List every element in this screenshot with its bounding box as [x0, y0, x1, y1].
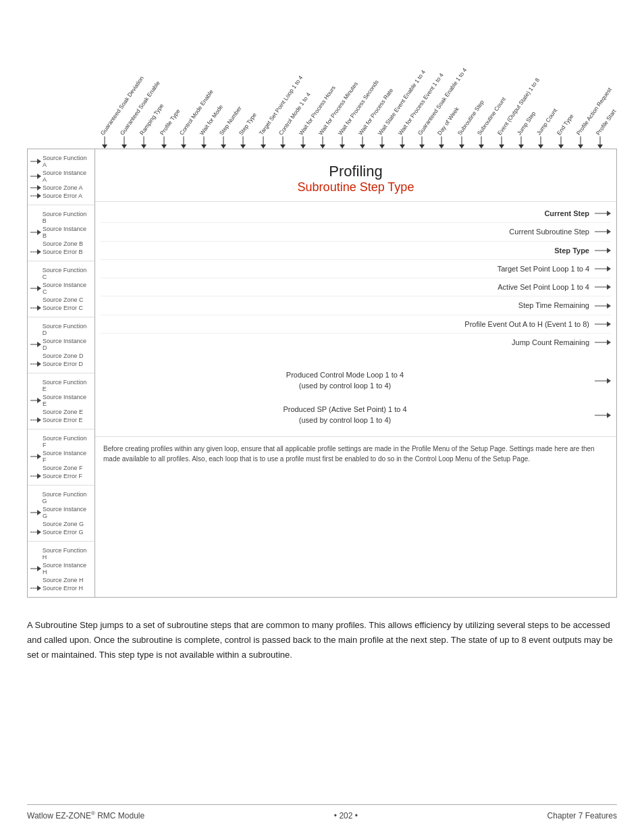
output-label-4: Active Set Point Loop 1 to 4 [101, 282, 595, 292]
header-col-14: Wait State Event Enable 1 to 4 [372, 20, 392, 149]
input-label: Source Zone B [43, 240, 83, 247]
header-col-21: Jump Step [511, 20, 531, 149]
input-row-c-2: Source Zone C [30, 296, 92, 303]
arrow-right-dashed [30, 305, 41, 311]
input-label: Source Instance D [43, 338, 92, 351]
input-row-b-0: Source Function B [30, 211, 92, 224]
header-col-18: Subroutine Step [452, 20, 471, 149]
input-row-a-3: Source Error A [30, 192, 92, 199]
arrow-right-dashed [30, 585, 41, 592]
arrow-right-solid [30, 158, 41, 165]
header-col-13: Wait for Process Rate [352, 20, 372, 149]
output-label-bottom-0: Produced Control Mode Loop 1 to 4(used b… [101, 370, 595, 391]
output-label-5: Step Time Remaining [101, 301, 595, 310]
input-label: Source Error E [43, 417, 83, 423]
input-group-g: Source Function GSource Instance GSource… [28, 486, 95, 542]
header-col-3: Profile Type [154, 20, 173, 149]
output-arrow-5 [595, 303, 611, 309]
input-row-d-1: Source Instance D [30, 338, 92, 351]
output-arrow-1 [595, 228, 611, 235]
input-label: Source Zone D [43, 353, 84, 359]
footer-left: Watlow EZ-ZONE® RMC Module [27, 810, 144, 820]
output-row-2: Step Type [101, 242, 611, 260]
input-row-h-0: Source Function H [30, 547, 92, 561]
input-label: Source Error F [43, 473, 82, 479]
header-col-25: Profile Start [591, 20, 610, 149]
output-label-2: Step Type [101, 246, 595, 255]
input-row-d-0: Source Function D [30, 323, 92, 336]
input-label: Source Function D [43, 323, 92, 336]
input-row-g-1: Source Instance G [30, 506, 92, 519]
input-group-f: Source Function FSource Instance FSource… [28, 429, 95, 486]
header-col-16: Guaranteed Soak Enable 1 to 4 [412, 20, 431, 149]
footer-center: • 202 • [334, 811, 358, 820]
header-col-12: Wait for Process Seconds [333, 20, 352, 149]
input-label: Source Function A [43, 155, 92, 168]
output-label-0: Current Step [101, 209, 595, 218]
input-label: Source Function H [43, 547, 92, 561]
output-row-bottom-1: Produced SP (Active Set Point) 1 to 4(us… [101, 402, 611, 428]
input-row-f-1: Source Instance F [30, 450, 92, 463]
output-arrow-7 [595, 339, 611, 346]
arrow-right-dashed [30, 192, 41, 199]
header-col-20: Event (Output State) 1 to 8 [491, 20, 511, 149]
output-row-6: Profile Event Out A to H (Event 1 to 8) [101, 315, 611, 334]
output-section-bottom: Produced Control Mode Loop 1 to 4(used b… [95, 354, 616, 434]
output-section: Current StepCurrent Subroutine StepStep … [95, 202, 616, 354]
output-label-7: Jump Count Remaining [101, 338, 595, 347]
header-col-1: Guaranteed Soak Enable [114, 20, 134, 149]
output-row-bottom-0: Produced Control Mode Loop 1 to 4(used b… [101, 367, 611, 394]
arrow-right-dashed [30, 529, 41, 536]
header-col-6: Step Number [213, 20, 233, 149]
header-col-19: Subroutine Count [471, 20, 491, 149]
header-col-10: Wait for Process Hours [293, 20, 313, 149]
input-label: Source Instance G [43, 506, 92, 519]
arrow-right-dashed [30, 361, 41, 367]
input-row-c-1: Source Instance C [30, 282, 92, 295]
input-row-b-1: Source Instance B [30, 226, 92, 239]
input-label: Source Zone H [43, 577, 84, 583]
input-group-b: Source Function BSource Instance BSource… [28, 205, 95, 261]
input-label: Source Error H [43, 585, 83, 592]
header-col-2: Ramping Type [134, 20, 154, 149]
input-row-f-0: Source Function F [30, 435, 92, 448]
header-col-label-25: Profile Start [595, 108, 618, 136]
input-row-c-3: Source Error C [30, 305, 92, 311]
input-row-h-1: Source Instance H [30, 562, 92, 575]
input-row-f-2: Source Zone F [30, 465, 92, 471]
header-col-5: Wait for Mode [194, 20, 213, 149]
input-row-d-2: Source Zone D [30, 353, 92, 359]
right-panel: Profiling Subroutine Step Type Current S… [95, 149, 616, 597]
output-row-7: Jump Count Remaining [101, 334, 611, 351]
input-row-h-2: Source Zone H [30, 577, 92, 583]
output-label-1: Current Subroutine Step [101, 227, 595, 236]
header-col-15: Wait for Process Event 1 to 4 [392, 20, 412, 149]
input-label: Source Error C [43, 305, 83, 311]
input-label: Source Instance C [43, 282, 92, 295]
input-label: Source Function B [43, 211, 92, 224]
output-row-1: Current Subroutine Step [101, 223, 611, 241]
output-arrow-bottom-0 [595, 377, 611, 384]
output-label-6: Profile Event Out A to H (Event 1 to 8) [101, 319, 595, 329]
output-row-5: Step Time Remaining [101, 296, 611, 315]
input-label: Source Instance E [43, 394, 92, 407]
input-label: Source Error D [43, 361, 83, 367]
output-label-3: Target Set Point Loop 1 to 4 [101, 264, 595, 273]
footer-right: Chapter 7 Features [547, 811, 617, 820]
header-col-11: Wait for Process Minutes [313, 20, 332, 149]
header-col-24: Profile Action Request [570, 20, 590, 149]
output-arrow-2 [595, 247, 611, 254]
input-label: Source Instance B [43, 226, 92, 239]
input-row-e-0: Source Function E [30, 379, 92, 392]
output-arrow-0 [595, 210, 611, 217]
output-row-0: Current Step [101, 205, 611, 223]
input-row-g-2: Source Zone G [30, 521, 92, 527]
input-row-g-0: Source Function G [30, 491, 92, 504]
description-text: A Subroutine Step jumps to a set of subr… [27, 618, 617, 662]
arrow-right-solid [30, 565, 41, 572]
input-label: Source Instance A [43, 170, 92, 183]
header-col-8: Target Set Point Loop 1 to 4 [253, 20, 273, 149]
input-label: Source Zone A [43, 184, 83, 191]
input-row-f-3: Source Error F [30, 473, 92, 479]
input-label: Source Zone E [43, 409, 83, 415]
